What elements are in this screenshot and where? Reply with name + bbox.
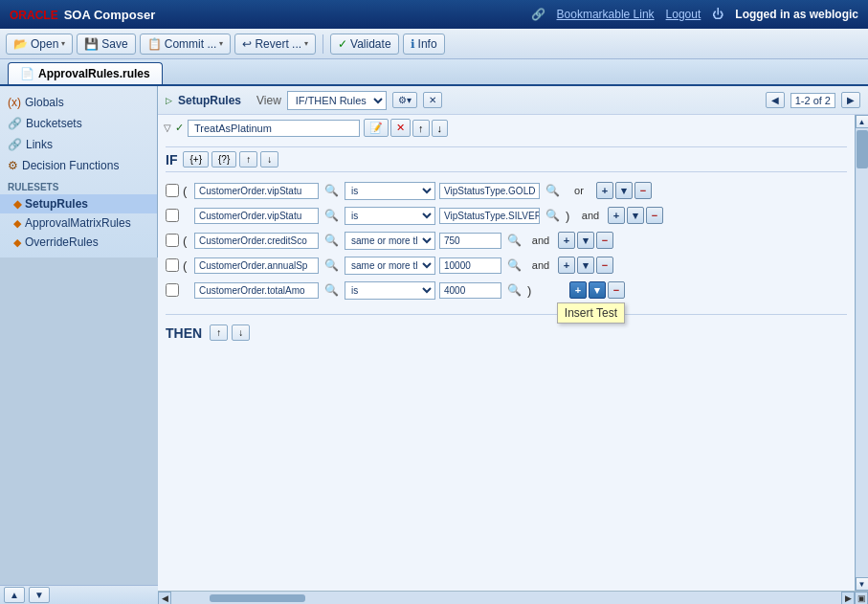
rule-move-down-btn[interactable]: ↓ bbox=[432, 120, 449, 137]
cond-4-value: 10000 bbox=[439, 257, 501, 274]
revert-button[interactable]: ↩ Revert ... ▾ bbox=[234, 34, 316, 55]
cond-2-add-btn[interactable]: + bbox=[608, 207, 625, 224]
cond-5-operator[interactable]: is bbox=[345, 281, 435, 300]
cond-2-remove-btn[interactable]: − bbox=[646, 207, 663, 224]
validate-check-icon: ✓ bbox=[338, 37, 347, 51]
cond-1-checkbox[interactable] bbox=[166, 184, 179, 197]
cond-2-dropdown-btn[interactable]: ▾ bbox=[627, 207, 644, 224]
options-btn[interactable]: ⚙▾ bbox=[392, 92, 417, 108]
cond-2-operator[interactable]: is bbox=[345, 207, 435, 225]
cond-1-operator[interactable]: is bbox=[345, 182, 435, 200]
cond-5-dropdown-btn[interactable]: ▾ bbox=[589, 281, 606, 299]
sidebar-item-override-rules[interactable]: ◆ OverrideRules bbox=[0, 233, 157, 252]
ruleset-icon-3: ◆ bbox=[13, 236, 21, 249]
cond-3-btns: + ▾ − bbox=[558, 232, 613, 249]
sidebar-item-setup-rules[interactable]: ◆ SetupRules bbox=[0, 194, 157, 213]
sidebar-item-globals[interactable]: (x) Globals bbox=[0, 92, 157, 113]
commit-button[interactable]: 📋 Commit ... ▾ bbox=[140, 34, 232, 55]
rule-delete-btn[interactable]: ✕ bbox=[390, 119, 411, 137]
prev-rule-btn[interactable]: ◀ bbox=[766, 92, 785, 108]
scroll-up-btn[interactable]: ▲ bbox=[856, 115, 869, 128]
sidebar-item-approval-matrix-rules[interactable]: ◆ ApprovalMatrixRules bbox=[0, 213, 157, 233]
cond-3-checkbox[interactable] bbox=[166, 234, 179, 247]
bookmarkable-link[interactable]: Bookmarkable Link bbox=[557, 8, 655, 21]
cond-4-search-icon[interactable]: 🔍 bbox=[323, 258, 341, 272]
add-test-btn[interactable]: {?} bbox=[211, 151, 236, 168]
info-button[interactable]: ℹ Info bbox=[403, 34, 445, 55]
cond-3-search-icon[interactable]: 🔍 bbox=[323, 234, 341, 247]
app-header: ORACLE SOA Composer 🔗 Bookmarkable Link … bbox=[0, 0, 868, 29]
sidebar: (x) Globals 🔗 Bucketsets 🔗 Links ⚙ Decis… bbox=[0, 86, 158, 257]
hscroll-right-btn[interactable]: ▶ bbox=[841, 592, 855, 604]
condition-row-1: ( CustomerOrder.vipStatu 🔍 is VipStatusT… bbox=[166, 178, 847, 203]
rule-properties-btn[interactable]: 📝 bbox=[364, 119, 389, 137]
rule-move-up-btn[interactable]: ↑ bbox=[412, 120, 430, 137]
view-dropdown[interactable]: IF/THEN Rules bbox=[287, 91, 387, 110]
cond-1-btns: + ▾ − bbox=[596, 182, 652, 199]
cond-1-search-icon[interactable]: 🔍 bbox=[323, 184, 341, 197]
cond-3-value-search[interactable]: 🔍 bbox=[505, 234, 523, 247]
scroll-track bbox=[857, 128, 868, 577]
rule-check-icon: ✓ bbox=[175, 122, 184, 134]
oracle-logo: ORACLE bbox=[10, 8, 58, 22]
save-button[interactable]: 💾 Save bbox=[77, 34, 135, 55]
view-label: View bbox=[256, 94, 281, 107]
cond-2-value-search[interactable]: 🔍 bbox=[544, 209, 562, 222]
then-section: THEN ↑ ↓ bbox=[158, 314, 855, 345]
cond-5-value-search[interactable]: 🔍 bbox=[505, 283, 523, 297]
cond-3-remove-btn[interactable]: − bbox=[596, 232, 613, 249]
cond-4-operator[interactable]: same or more than bbox=[345, 257, 435, 275]
scroll-down-btn[interactable]: ▼ bbox=[856, 577, 869, 591]
sidebar-item-bucketsets[interactable]: 🔗 Bucketsets bbox=[0, 113, 157, 134]
rule-actions: 📝 ✕ ↑ ↓ bbox=[364, 119, 448, 137]
next-rule-btn[interactable]: ▶ bbox=[841, 92, 860, 108]
sidebar-item-decision-functions[interactable]: ⚙ Decision Functions bbox=[0, 155, 157, 176]
delete-rule-btn[interactable]: ✕ bbox=[423, 92, 442, 108]
cond-5-checkbox[interactable] bbox=[166, 283, 179, 297]
cond-4-checkbox[interactable] bbox=[166, 258, 179, 272]
cond-3-add-btn[interactable]: + bbox=[558, 232, 575, 249]
sidebar-scroll-up[interactable]: ▲ bbox=[4, 587, 25, 603]
horizontal-scroll-area: ◀ ▶ ▣ bbox=[158, 591, 868, 604]
sidebar-scroll-down[interactable]: ▼ bbox=[29, 587, 50, 603]
commit-dropdown-arrow: ▾ bbox=[219, 39, 223, 48]
logout-link[interactable]: Logout bbox=[666, 8, 701, 21]
logo-area: ORACLE SOA Composer bbox=[10, 8, 155, 22]
condition-row-4: ( CustomerOrder.annualSp 🔍 same or more … bbox=[166, 253, 847, 278]
validate-button[interactable]: ✓ Validate bbox=[330, 34, 398, 55]
cond-1-remove-btn[interactable]: − bbox=[634, 182, 652, 199]
cond-3-dropdown-btn[interactable]: ▾ bbox=[577, 232, 594, 249]
hscroll-left-btn[interactable]: ◀ bbox=[158, 592, 171, 604]
if-section-header: IF {+} {?} ↑ ↓ bbox=[158, 147, 855, 171]
move-if-down-btn[interactable]: ↓ bbox=[260, 151, 278, 168]
rule-name-input[interactable] bbox=[188, 120, 360, 137]
cond-4-value-search[interactable]: 🔍 bbox=[505, 258, 523, 272]
setup-rules-label: SetupRules bbox=[178, 94, 241, 107]
cond-4-add-btn[interactable]: + bbox=[558, 257, 575, 274]
cond-1-add-btn[interactable]: + bbox=[596, 182, 613, 199]
cond-3-operator[interactable]: same or more than bbox=[345, 232, 435, 250]
cond-5-add-btn[interactable]: + bbox=[569, 281, 587, 299]
save-icon: 💾 bbox=[84, 37, 99, 51]
cond-5-search-icon[interactable]: 🔍 bbox=[323, 283, 341, 297]
move-then-down-btn[interactable]: ↓ bbox=[232, 324, 250, 341]
rule-expand-icon[interactable]: ▽ bbox=[164, 123, 171, 133]
move-then-up-btn[interactable]: ↑ bbox=[210, 324, 228, 341]
add-pattern-btn[interactable]: {+} bbox=[183, 151, 209, 168]
move-if-up-btn[interactable]: ↑ bbox=[239, 151, 257, 168]
then-section-header: THEN ↑ ↓ bbox=[158, 321, 855, 345]
toolbar-separator bbox=[323, 34, 323, 54]
cond-4-remove-btn[interactable]: − bbox=[596, 257, 613, 274]
ruleset-icon-1: ◆ bbox=[13, 198, 21, 211]
cond-1-dropdown-btn[interactable]: ▾ bbox=[615, 182, 633, 199]
corner-btn[interactable]: ▣ bbox=[855, 592, 868, 604]
cond-2-search-icon[interactable]: 🔍 bbox=[323, 209, 341, 222]
sidebar-item-links[interactable]: 🔗 Links bbox=[0, 134, 157, 155]
cond-4-dropdown-btn[interactable]: ▾ bbox=[577, 257, 594, 274]
insert-test-tooltip: Insert Test bbox=[557, 302, 625, 324]
cond-2-checkbox[interactable] bbox=[166, 209, 179, 222]
approval-rules-tab[interactable]: 📄 ApprovalRules.rules bbox=[8, 62, 163, 84]
cond-5-remove-btn[interactable]: − bbox=[608, 281, 625, 299]
cond-1-value-search[interactable]: 🔍 bbox=[544, 184, 562, 197]
open-button[interactable]: 📂 Open ▾ bbox=[6, 34, 73, 55]
